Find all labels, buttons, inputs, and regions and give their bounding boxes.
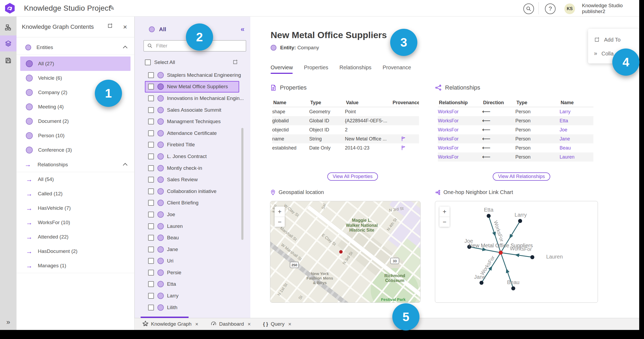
relationship-type-link[interactable]: WorksFor <box>438 136 482 142</box>
view-all-properties-button[interactable]: View All Properties <box>327 172 378 181</box>
graph-item-persie[interactable]: Persie <box>145 267 239 279</box>
select-all-checkbox[interactable] <box>145 59 151 65</box>
item-checkbox[interactable] <box>148 223 154 229</box>
item-checkbox[interactable] <box>148 235 154 241</box>
view-tab-knowledge-graph[interactable]: Knowledge Graph× <box>142 321 198 328</box>
relationships-item-all-54[interactable]: →All (54) <box>20 172 131 187</box>
item-checkbox[interactable] <box>148 154 154 159</box>
item-checkbox[interactable] <box>148 142 154 148</box>
graph-item-beau[interactable]: Beau <box>145 232 239 244</box>
view-all-relationships-button[interactable]: View All Relationships <box>493 172 550 181</box>
item-checkbox[interactable] <box>148 72 154 78</box>
graph-item-sales-review[interactable]: Sales Review <box>145 174 239 185</box>
zoom-in-button[interactable]: + <box>439 207 450 217</box>
select-all-row[interactable]: Select All <box>145 57 239 68</box>
related-entity-link[interactable]: Jane <box>560 136 593 142</box>
type-filter-header[interactable]: All <box>149 26 166 33</box>
relationships-item-manages-1[interactable]: →Manages (1) <box>20 259 131 273</box>
entities-group-header[interactable]: Entities <box>17 40 134 55</box>
graph-item-lilith[interactable]: Lilith <box>145 302 239 313</box>
scrollbar-thumb[interactable] <box>241 128 243 240</box>
tab-relationships[interactable]: Relationships <box>340 64 372 74</box>
zoom-out-button[interactable]: − <box>439 217 450 227</box>
related-entity-link[interactable]: Beau <box>560 145 593 151</box>
relationship-type-link[interactable]: WorksFor <box>438 127 482 133</box>
relationships-group-header[interactable]: → Relationships <box>17 157 134 172</box>
graph-item-larry[interactable]: Larry <box>145 290 239 302</box>
close-panel-button[interactable]: × <box>123 23 127 31</box>
graph-item-client-briefing[interactable]: Client Briefing <box>145 197 239 209</box>
relationships-item-hasvehicle-7[interactable]: →HasVehicle (7) <box>20 201 131 215</box>
avatar[interactable]: KS <box>564 3 575 14</box>
graph-item-lauren[interactable]: Lauren <box>145 220 239 232</box>
item-checkbox[interactable] <box>148 258 154 264</box>
graph-item-jane[interactable]: Jane <box>145 244 239 255</box>
property-provenance[interactable] <box>392 136 419 142</box>
item-checkbox[interactable] <box>148 281 154 287</box>
layers-button[interactable] <box>0 36 17 51</box>
relationship-type-link[interactable]: WorksFor <box>438 145 482 151</box>
related-entity-link[interactable]: Etta <box>560 118 593 124</box>
relationships-item-worksfor-10[interactable]: →WorksFor (10) <box>20 215 131 230</box>
add-to-map-button[interactable] <box>232 59 238 66</box>
entities-item-all-27[interactable]: All (27) <box>20 57 131 71</box>
graph-item-new-metal-office-suppliers[interactable]: New Metal Office Suppliers <box>145 81 239 93</box>
item-checkbox[interactable] <box>148 293 154 299</box>
close-tab-icon[interactable]: × <box>248 321 251 327</box>
close-tab-icon[interactable]: × <box>195 321 198 327</box>
graph-item-attendance-certificate[interactable]: Attendance Certificate <box>145 127 239 139</box>
tab-properties[interactable]: Properties <box>304 64 328 74</box>
item-checkbox[interactable] <box>148 177 154 183</box>
save-button[interactable] <box>0 53 17 68</box>
item-checkbox[interactable] <box>148 188 154 194</box>
one-hop-link-chart[interactable]: EttaLarryJoeLaurenJaneBeauNew Metal Offi… <box>435 201 598 303</box>
add-to-map-button[interactable] <box>107 23 113 30</box>
relationship-type-link[interactable]: WorksFor <box>438 118 482 124</box>
relationship-type-link[interactable]: WorksFor <box>438 154 482 160</box>
zoom-in-button[interactable]: + <box>275 207 285 217</box>
item-checkbox[interactable] <box>148 247 154 252</box>
collapse-panel-button[interactable]: « <box>241 25 244 33</box>
entities-item-person-10[interactable]: Person (10) <box>20 128 131 143</box>
zoom-out-button[interactable]: − <box>275 217 285 227</box>
entities-item-document-2[interactable]: Document (2) <box>20 114 131 128</box>
search-button[interactable] <box>523 3 534 14</box>
related-entity-link[interactable]: Joe <box>560 127 593 133</box>
graph-item-managment-techniques[interactable]: Managment Techniques <box>145 116 239 127</box>
relationship-type-link[interactable]: WorksFor <box>438 109 482 115</box>
view-tab-dashboard[interactable]: Dashboard× <box>211 321 251 328</box>
property-provenance[interactable] <box>392 145 419 151</box>
edit-title-icon[interactable]: ✎ <box>109 4 115 12</box>
graph-item-joe[interactable]: Joe <box>145 209 239 220</box>
graph-item-l-jones-contract[interactable]: L. Jones Contract <box>145 151 239 162</box>
item-checkbox[interactable] <box>148 165 154 171</box>
item-checkbox[interactable] <box>148 107 154 113</box>
graph-item-innovations-in-mechanical-engin[interactable]: Innovations in Mechanical Engin... <box>145 92 239 104</box>
graph-item-montly-check-in[interactable]: Montly check-in <box>145 162 239 174</box>
help-button[interactable]: ? <box>545 3 556 14</box>
item-checkbox[interactable] <box>148 270 154 276</box>
graph-item-collaboration-initiative[interactable]: Collaboration initiative <box>145 185 239 197</box>
rail-expand-button[interactable]: » <box>0 318 17 326</box>
graph-item-staplers-mechanical-engineering[interactable]: Staplers Mechanical Engineering <box>145 69 239 81</box>
relationships-item-called-12[interactable]: →Called (12) <box>20 187 131 201</box>
relationships-item-hasdocument-2[interactable]: →HasDocument (2) <box>20 244 131 259</box>
view-tab-query[interactable]: { }Query× <box>263 321 291 327</box>
tab-provenance[interactable]: Provenance <box>383 64 411 74</box>
item-checkbox[interactable] <box>148 305 154 310</box>
related-entity-link[interactable]: Larry <box>560 109 593 115</box>
item-checkbox[interactable] <box>148 200 154 206</box>
user-info[interactable]: Knowledge Studio publisher2 <box>582 3 623 14</box>
item-checkbox[interactable] <box>148 119 154 124</box>
add-to-menu-item[interactable]: Add To <box>588 34 639 46</box>
relationships-item-attended-22[interactable]: →Attended (22) <box>20 230 131 244</box>
geospatial-map[interactable]: k RoW Clay StSalN 3rd StMaggie L. Walker… <box>270 201 421 303</box>
tab-overview[interactable]: Overview <box>271 64 293 74</box>
item-checkbox[interactable] <box>148 212 154 217</box>
item-checkbox[interactable] <box>148 84 154 90</box>
item-checkbox[interactable] <box>148 130 154 136</box>
item-checkbox[interactable] <box>148 95 154 101</box>
close-tab-icon[interactable]: × <box>288 321 291 327</box>
graph-item-firebird-title[interactable]: Firebird Title <box>145 139 239 151</box>
graph-item-uri[interactable]: Uri <box>145 255 239 267</box>
